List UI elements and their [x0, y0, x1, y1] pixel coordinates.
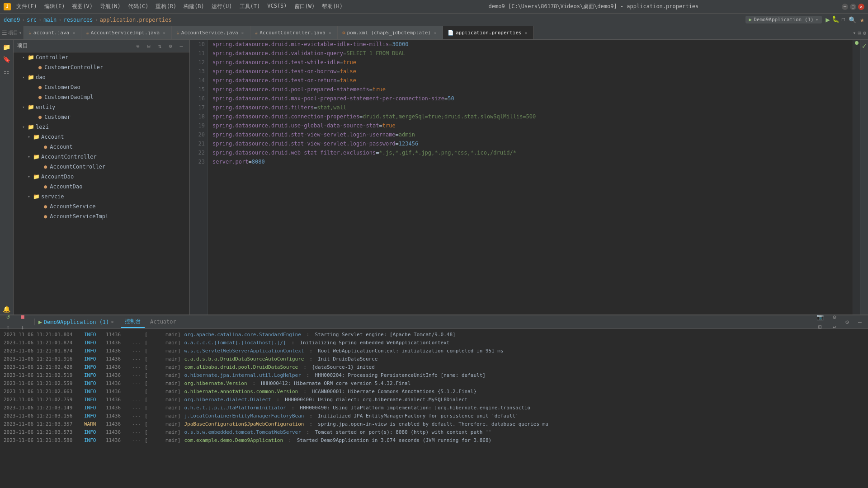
tree-customerdao[interactable]: ● CustomerDao	[14, 82, 189, 92]
tree-accountcontroller-class[interactable]: ● AccountController	[14, 162, 189, 172]
tree-settings-icon[interactable]: ⚙	[166, 42, 175, 51]
structure-icon[interactable]: ⚏	[1, 66, 12, 77]
tab-application-properties[interactable]: 📄 application.properties ×	[443, 26, 534, 39]
close-button[interactable]: ✕	[858, 4, 864, 10]
project-label[interactable]: 项目	[7, 29, 19, 36]
breadcrumb-part-3[interactable]: resources	[63, 17, 93, 23]
breadcrumb-part-2[interactable]: main	[43, 17, 57, 23]
tab-accountcontroller[interactable]: ☕ AccountController.java ×	[250, 26, 338, 39]
filter-icon[interactable]: ⚙	[830, 313, 839, 322]
tree-accountcontroller-folder[interactable]: ▾ 📁 AccountController	[14, 152, 189, 162]
actuator-tab[interactable]: Actuator	[146, 317, 180, 328]
tree-accountdao-class[interactable]: ● AccountDao	[14, 182, 189, 192]
run-tab-close[interactable]: ×	[111, 319, 114, 325]
menu-vcs[interactable]: VCS(S)	[264, 2, 289, 11]
file-tree: 项目 ⊕ ⊟ ⇅ ⚙ — ▾ 📁 Controller ● CustomerCo…	[14, 40, 190, 314]
console-tab[interactable]: 控制台	[121, 316, 145, 328]
log-line: 2023-11-06 11:21:01.874INFO11436---[ mai…	[4, 347, 864, 355]
stop-button[interactable]: ■	[18, 312, 27, 321]
tree-entity[interactable]: ▾ 📁 entity	[14, 102, 189, 112]
camera-icon[interactable]: 📷	[816, 313, 825, 322]
breadcrumb-part-0[interactable]: demo9	[4, 17, 20, 23]
breadcrumb-part-1[interactable]: src	[27, 17, 37, 23]
code-line-15: spring.datasource.druid.pool-prepared-st…	[212, 85, 848, 94]
tab-pom[interactable]: ⚙ pom.xml (chap5_jdbctemplate) ×	[338, 26, 443, 39]
tree-customerDAoimpl[interactable]: ● CustomerDaoImpl	[14, 92, 189, 102]
breadcrumb-sep-3: ›	[94, 17, 98, 23]
split-editor-icon[interactable]: ⊞	[858, 30, 861, 36]
code-line-23: server.port=8080	[212, 157, 848, 166]
tree-close-icon[interactable]: —	[177, 42, 186, 51]
menu-edit[interactable]: 编辑(E)	[42, 2, 68, 11]
change-indicator	[855, 41, 859, 45]
title-bar-left: J 文件(F) 编辑(E) 视图(V) 导航(N) 代码(C) 重构(R) 构建…	[4, 2, 345, 11]
tree-accountserviceimpl-class[interactable]: ● AccountServiceImpl	[14, 211, 189, 221]
tab-accountservice[interactable]: ☕ AccountService.java ×	[172, 26, 250, 39]
tree-servcie-folder[interactable]: ▾ 📁 servcie	[14, 192, 189, 202]
bookmark-button[interactable]: ★	[860, 15, 864, 24]
tab-overflow-icon[interactable]: ▾	[853, 30, 856, 36]
tree-customer-controller[interactable]: ● CustomerController	[14, 62, 189, 72]
run-button[interactable]: ▶	[826, 15, 830, 24]
bookmark-nav-icon[interactable]: 🔖	[1, 54, 12, 65]
menu-refactor[interactable]: 重构(R)	[153, 2, 179, 11]
folder-icon: 📁	[28, 74, 34, 80]
tab-close-controller[interactable]: ×	[327, 30, 333, 36]
tree-arrow: ▾	[21, 124, 26, 130]
project-icon[interactable]: 📁	[1, 42, 12, 52]
run-green-icon: ▶	[38, 319, 42, 325]
tree-item-label: Account	[50, 144, 73, 150]
menu-help[interactable]: 帮助(H)	[319, 2, 345, 11]
code-line-16: spring.datasource.druid.max-pool-prepare…	[212, 94, 848, 103]
tab-close-serviceimpl[interactable]: ×	[161, 30, 167, 36]
menu-navigate[interactable]: 导航(N)	[97, 2, 123, 11]
log-line: 2023-11-06 11:21:03.573INFO11436---[ mai…	[4, 428, 864, 436]
tree-dao[interactable]: ▾ 📁 dao	[14, 72, 189, 82]
class-icon: ●	[38, 94, 42, 100]
menu-file[interactable]: 文件(F)	[14, 2, 40, 11]
minimize-button[interactable]: ─	[842, 4, 848, 10]
debug-button[interactable]: 🐛	[832, 15, 840, 24]
minimize-panel-icon[interactable]: —	[855, 318, 864, 327]
tree-lezi[interactable]: ▾ 📁 lezi	[14, 122, 189, 132]
tab-list-icon[interactable]: ☰	[2, 29, 7, 36]
menu-bar[interactable]: 文件(F) 编辑(E) 视图(V) 导航(N) 代码(C) 重构(R) 构建(B…	[14, 2, 345, 11]
tab-close-service[interactable]: ×	[240, 30, 245, 36]
settings-icon[interactable]: ⚙	[863, 30, 866, 36]
tab-close-account[interactable]: ×	[71, 30, 76, 36]
tree-accountservice-class[interactable]: ● AccountService	[14, 202, 189, 211]
run-label[interactable]: Demo9Application (1)	[44, 319, 109, 325]
tree-item-label: Customer	[44, 114, 71, 120]
tab-account-java[interactable]: ☕ account.java ×	[24, 26, 81, 39]
tree-account-folder[interactable]: ▾ 📁 Account	[14, 132, 189, 142]
tree-accountdao-folder[interactable]: ▾ 📁 AccountDao	[14, 172, 189, 182]
coverage-button[interactable]: ◻	[841, 15, 845, 24]
bottom-panel: ↺ ↑ ■ ↓ ▶ Demo9Application (1) × 控制台 Act…	[0, 314, 868, 488]
tree-account-class[interactable]: ● Account	[14, 142, 189, 152]
tree-sort-icon[interactable]: ⇅	[155, 42, 164, 51]
menu-window[interactable]: 窗口(W)	[292, 2, 318, 11]
gear-icon[interactable]: ⚙	[843, 318, 852, 327]
menu-view[interactable]: 视图(V)	[69, 2, 95, 11]
tree-collapse-icon[interactable]: ⊟	[144, 42, 153, 51]
project-expand-icon[interactable]: ▾	[19, 30, 22, 35]
editor-content: 1011121314151617181920212223 spring.data…	[190, 40, 860, 314]
tree-customer[interactable]: ● Customer	[14, 112, 189, 122]
tree-controller[interactable]: ▾ 📁 Controller	[14, 52, 189, 62]
tab-close-pom[interactable]: ×	[433, 30, 438, 36]
code-line-22: spring.datasource.druid.web-stat-filter.…	[212, 148, 848, 157]
tree-locate-icon[interactable]: ⊕	[133, 42, 142, 51]
folder-icon: 📁	[28, 54, 34, 61]
maximize-button[interactable]: □	[850, 4, 856, 10]
menu-code[interactable]: 代码(C)	[125, 2, 151, 11]
run-config-button[interactable]: ▶ Demo9Application (1) ▾	[745, 16, 822, 23]
rerun-button[interactable]: ↺	[4, 312, 13, 321]
menu-run[interactable]: 运行(U)	[209, 2, 235, 11]
tab-close-props[interactable]: ×	[524, 30, 529, 36]
code-editor[interactable]: spring.datasource.druid.min-evictable-id…	[208, 40, 853, 314]
menu-tools[interactable]: 工具(T)	[237, 2, 263, 11]
breadcrumb-part-4[interactable]: application.properties	[100, 17, 172, 23]
tab-accountserviceimpl[interactable]: ☕ AccountServiceImpl.java ×	[81, 26, 172, 39]
search-button[interactable]: 🔍	[849, 16, 856, 23]
menu-build[interactable]: 构建(B)	[181, 2, 207, 11]
